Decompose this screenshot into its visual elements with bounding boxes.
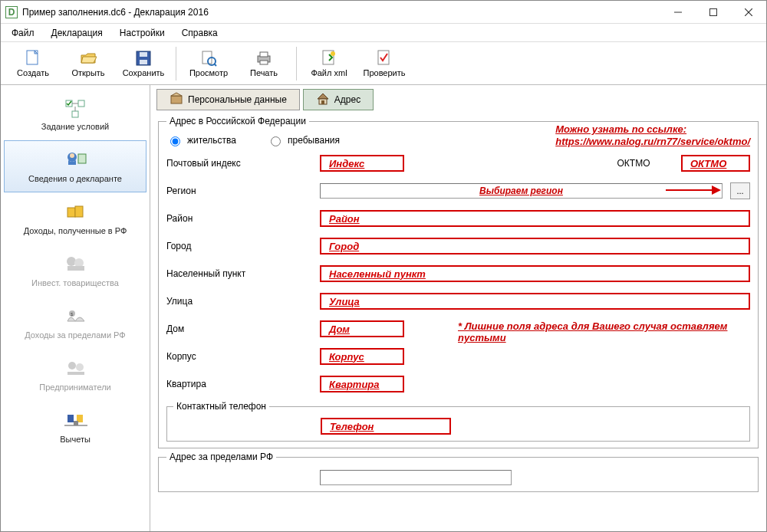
minimize-button[interactable] — [660, 1, 696, 24]
svg-point-24 — [70, 153, 74, 158]
label-locality: Населенный пункт — [166, 268, 320, 279]
field-city[interactable]: Город — [320, 238, 750, 255]
xml-file-icon — [321, 50, 337, 67]
sidebar-label: Сведения о декларанте — [28, 174, 122, 183]
svg-rect-21 — [72, 111, 78, 117]
sidebar-label: Доходы за пределами РФ — [25, 330, 125, 340]
group-legend: Адрес в Российской Федерации — [166, 116, 309, 126]
label-region: Регион — [166, 186, 320, 196]
toolbar-new[interactable]: Создать — [5, 44, 61, 83]
label-oktmo: ОКТМО — [611, 158, 657, 169]
sidebar-income-rf[interactable]: Доходы, полученные в РФ — [4, 192, 146, 245]
toolbar-save[interactable]: Сохранить — [116, 44, 171, 83]
svg-rect-30 — [67, 266, 84, 271]
field-district[interactable]: Район — [320, 210, 750, 227]
content-area: Персональные данные Адрес Адрес в Россий… — [150, 85, 766, 531]
new-file-icon — [25, 50, 41, 67]
toolbar-xml[interactable]: Файл xml — [301, 44, 357, 83]
svg-line-11 — [214, 64, 216, 66]
sidebar-label: Инвест. товарищества — [31, 278, 119, 287]
window-title: Пример заполнения.dc6 - Декларация 2016 — [22, 7, 209, 18]
box-icon — [170, 92, 183, 108]
check-icon — [376, 50, 393, 67]
deductions-icon — [63, 410, 87, 432]
svg-rect-13 — [260, 52, 268, 57]
svg-rect-27 — [75, 206, 83, 217]
toolbar-open[interactable]: Открыть — [61, 44, 116, 83]
region-browse-button[interactable]: ... — [730, 182, 750, 199]
field-locality[interactable]: Населенный пункт — [320, 265, 750, 282]
field-oktmo[interactable]: ОКТМО — [681, 155, 750, 172]
menu-file[interactable]: Файл — [4, 25, 42, 41]
radio-stay[interactable]: пребывания — [267, 134, 340, 146]
menu-settings[interactable]: Настройки — [112, 25, 173, 41]
label-flat: Квартира — [166, 379, 320, 389]
label-postal: Почтовый индекс — [166, 158, 320, 169]
app-window: D Пример заполнения.dc6 - Декларация 201… — [0, 0, 767, 532]
toolbar-separator — [296, 47, 297, 80]
annotation-empty-note: * Лишние поля адреса для Вашего случая о… — [458, 320, 734, 343]
field-flat[interactable]: Квартира — [320, 376, 404, 392]
income-rf-icon — [63, 202, 87, 223]
declarant-icon — [63, 149, 87, 171]
sidebar-invest: Инвест. товарищества — [4, 245, 146, 297]
field-postal[interactable]: Индекс — [320, 155, 404, 172]
house-icon — [316, 92, 330, 108]
svg-rect-14 — [260, 61, 268, 64]
menu-declaration[interactable]: Декларация — [44, 25, 110, 41]
toolbar: Создать Открыть Сохранить Просмотр Печа — [1, 42, 766, 85]
close-icon — [745, 8, 752, 16]
svg-rect-35 — [67, 415, 74, 422]
menubar: Файл Декларация Настройки Справка — [1, 24, 766, 42]
preview-icon — [200, 50, 217, 67]
radio-stay-input[interactable] — [271, 136, 281, 146]
field-street[interactable]: Улица — [320, 293, 750, 310]
phone-legend: Контактный телефон — [173, 401, 269, 412]
sidebar-income-foreign: $ Доходы за пределами РФ — [4, 297, 146, 349]
tab-personal[interactable]: Персональные данные — [156, 89, 300, 110]
toolbar-check[interactable]: Проверить — [357, 44, 412, 83]
conditions-icon — [63, 97, 87, 119]
sidebar-label: Вычеты — [60, 435, 91, 444]
svg-point-34 — [76, 363, 84, 371]
sidebar-label: Предприниматели — [39, 383, 110, 392]
sidebar-conditions[interactable]: Задание условий — [4, 88, 146, 140]
annotation-link-title: Можно узнать по ссылке: — [555, 123, 750, 136]
sidebar-declarant[interactable]: Сведения о декларанте — [4, 140, 146, 192]
label-city: Город — [166, 241, 320, 251]
toolbar-print[interactable]: Печать — [236, 44, 291, 83]
svg-marker-40 — [171, 93, 182, 96]
annotation-link-block: Можно узнать по ссылке: https://www.nalo… — [555, 123, 750, 148]
sidebar-label: Задание условий — [41, 122, 109, 131]
annotation-link-url[interactable]: https://www.nalog.ru/rn77/service/oktmo/ — [555, 136, 750, 148]
field-foreign-address[interactable] — [320, 470, 512, 485]
svg-point-16 — [331, 51, 335, 56]
tabs: Персональные данные Адрес — [153, 87, 763, 113]
income-foreign-icon: $ — [63, 306, 87, 327]
svg-rect-1 — [710, 8, 717, 15]
radio-residence-input[interactable] — [170, 136, 180, 146]
tab-address[interactable]: Адрес — [303, 89, 374, 110]
svg-marker-41 — [318, 94, 328, 99]
sidebar-deductions[interactable]: Вычеты — [4, 401, 146, 453]
radio-residence[interactable]: жительства — [166, 134, 236, 146]
label-street: Улица — [166, 296, 320, 307]
entrepreneurs-icon — [63, 358, 87, 379]
toolbar-preview[interactable]: Просмотр — [181, 44, 236, 83]
close-button[interactable] — [731, 1, 766, 24]
field-house[interactable]: Дом — [320, 320, 404, 337]
maximize-button[interactable] — [696, 1, 731, 24]
field-phone[interactable]: Телефон — [321, 418, 451, 435]
address-rf-group: Адрес в Российской Федерации Можно узнат… — [158, 116, 759, 448]
field-building[interactable]: Корпус — [320, 348, 404, 365]
label-district: Район — [166, 213, 320, 224]
toolbar-separator — [176, 47, 176, 80]
svg-rect-8 — [140, 60, 147, 64]
menu-help[interactable]: Справка — [174, 25, 225, 41]
minimize-icon — [674, 8, 682, 16]
field-region[interactable]: Выбираем регион — [320, 183, 723, 199]
svg-point-33 — [68, 362, 76, 369]
address-foreign-group: Адрес за пределами РФ — [158, 452, 759, 492]
open-folder-icon — [80, 50, 97, 67]
arrow-icon — [666, 189, 719, 191]
